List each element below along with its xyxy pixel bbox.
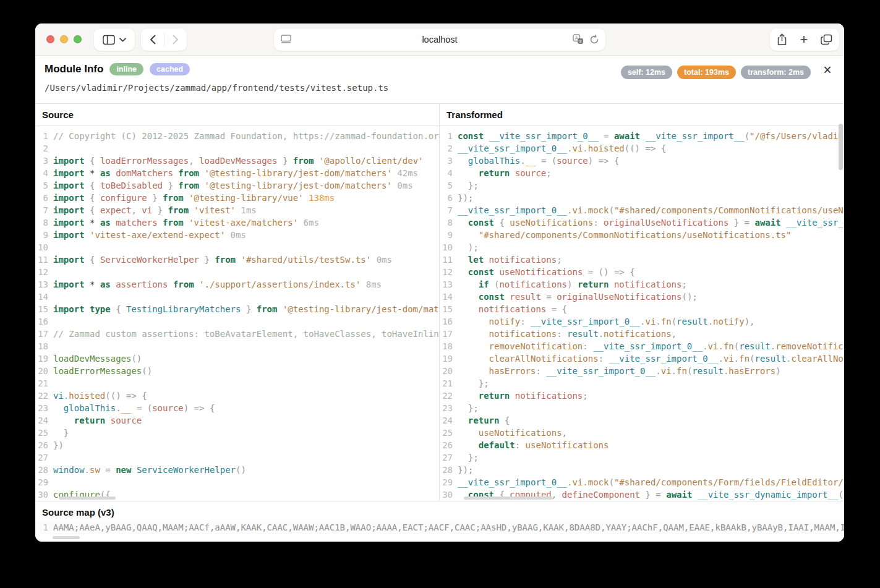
code-line: 5 }; — [440, 179, 844, 192]
horizontal-scrollbar[interactable] — [59, 496, 116, 500]
code-line: 1const __vite_ssr_import_0__ = await __v… — [440, 130, 844, 142]
source-panel: Source 1// Copyright (C) 2012-2025 Zamma… — [35, 104, 440, 501]
code-line: 27 }; — [440, 451, 844, 464]
code-line: 15import type { TestingLibraryMatchers }… — [35, 303, 439, 315]
self-time-badge: self: 12ms — [621, 66, 672, 79]
toolbar-right-group: + — [770, 28, 839, 51]
code-line: 17 notifications: result.notifications, — [440, 328, 844, 340]
code-line: 4import * as domMatchers from '@testing-… — [35, 167, 439, 179]
code-line: 27 — [35, 451, 439, 464]
code-line: 13 if (notifications) return notificatio… — [440, 278, 844, 291]
code-line: 7__vite_ssr_import_0__.vi.mock("#shared/… — [440, 204, 844, 216]
module-file-path: /Users/vladimir/Projects/zammad/app/fron… — [45, 83, 388, 93]
code-panels: Source 1// Copyright (C) 2012-2025 Zamma… — [35, 104, 844, 501]
share-icon[interactable] — [777, 33, 787, 46]
code-line: 22vi.hoisted(() => { — [35, 390, 439, 402]
code-line: 5import { toBeDisabled } from '@testing-… — [35, 179, 439, 192]
translate-icon[interactable]: A x — [573, 34, 584, 45]
browser-toolbar: localhost A x + — [35, 23, 844, 56]
code-line: 15 notifications = { — [440, 303, 844, 315]
code-line: 11 let notifications; — [440, 254, 844, 266]
forward-button[interactable] — [164, 28, 187, 51]
vertical-scrollbar[interactable] — [839, 124, 843, 170]
code-line: 9import 'vitest-axe/extend-expect' 0ms — [35, 229, 439, 241]
code-line: 19 clearAllNotifications: __vite_ssr_imp… — [440, 352, 844, 365]
source-panel-title: Source — [35, 104, 439, 126]
code-line: 24 return { — [440, 414, 844, 427]
code-line: 20loadErrorMessages() — [35, 365, 439, 377]
code-line: 8import * as matchers from 'vitest-axe/m… — [35, 216, 439, 229]
url-field[interactable]: localhost — [422, 35, 457, 45]
transform-time-badge: transform: 2ms — [741, 66, 811, 79]
cached-badge: cached — [150, 63, 190, 75]
code-line: 1// Copyright (C) 2012-2025 Zammad Found… — [35, 130, 439, 142]
sourcemap-title: Source map (v3) — [35, 501, 844, 521]
page-title: Module Info — [45, 63, 103, 75]
code-line: 3 globalThis.__ = (source) => { — [440, 155, 844, 167]
code-line: 8 const { useNotifications: originalUseN… — [440, 216, 844, 229]
code-line: 24 return source — [35, 414, 439, 427]
total-time-badge: total: 193ms — [677, 66, 736, 79]
transformed-code-area[interactable]: 1const __vite_ssr_import_0__ = await __v… — [440, 126, 844, 501]
code-line: 2__vite_ssr_import_0__.vi.hoisted(() => … — [440, 142, 844, 155]
code-line: 11import { ServiceWorkerHelper } from '#… — [35, 254, 439, 266]
maximize-window-button[interactable] — [74, 35, 82, 43]
address-bar[interactable]: localhost A x — [274, 28, 605, 51]
code-line: 6import { configure } from '@testing-lib… — [35, 192, 439, 204]
sourcemap-mappings: AAMA;AAeA,yBAAG,QAAQ,MAAM;AACf,aAAW,KAAK… — [53, 522, 844, 532]
code-line: 2 — [35, 142, 439, 155]
code-line: 10 ); — [440, 241, 844, 254]
horizontal-scrollbar[interactable] — [464, 496, 553, 500]
back-button[interactable] — [142, 28, 164, 51]
code-line: 3import { loadErrorMessages, loadDevMess… — [35, 155, 439, 167]
code-line: 28}); — [440, 464, 844, 476]
code-line: 21 }; — [440, 377, 844, 390]
new-tab-icon[interactable]: + — [800, 33, 808, 46]
code-line: 16 — [35, 315, 439, 328]
sidebar-toggle-group — [94, 28, 135, 51]
reload-icon[interactable] — [589, 35, 599, 45]
horizontal-scrollbar[interactable] — [53, 536, 80, 539]
code-line: 16 notify: __vite_ssr_import_0__.vi.fn(r… — [440, 315, 844, 328]
code-line: 18 — [35, 340, 439, 352]
code-line: 23 globalThis.__ = (source) => { — [35, 402, 439, 414]
browser-window: localhost A x + — [35, 23, 844, 542]
module-info-header: Module Info inline cached self: 12ms tot… — [35, 56, 844, 104]
code-line: 26 default: useNotifications — [440, 439, 844, 451]
code-line: 6}); — [440, 192, 844, 204]
close-icon[interactable]: × — [818, 61, 837, 79]
tab-overview-icon[interactable] — [821, 34, 832, 45]
transformed-panel: Transformed 1const __vite_ssr_import_0__… — [440, 104, 844, 501]
code-line: 25 } — [35, 427, 439, 439]
code-line: 14 — [35, 291, 439, 303]
code-line: 29 — [35, 476, 439, 488]
code-line: 13import * as assertions from './support… — [35, 278, 439, 291]
sidebar-icon[interactable] — [103, 35, 115, 45]
inline-badge: inline — [109, 63, 143, 75]
code-line: 7import { expect, vi } from 'vitest' 1ms — [35, 204, 439, 216]
code-line: 9 "#shared/components/CommonNotification… — [440, 229, 844, 241]
chevron-down-icon[interactable] — [119, 38, 126, 42]
code-line: 28window.sw = new ServiceWorkerHelper() — [35, 464, 439, 476]
close-window-button[interactable] — [46, 35, 54, 43]
code-line: 29__vite_ssr_import_0__.vi.mock("#shared… — [440, 476, 844, 488]
sourcemap-section: Source map (v3) 1AAMA;AAeA,yBAAG,QAAQ,MA… — [35, 501, 844, 542]
code-line: 17// Zammad custom assertions: toBeAvata… — [35, 328, 439, 340]
code-line: 18 removeNotification: __vite_ssr_import… — [440, 340, 844, 352]
code-line: 10 — [35, 241, 439, 254]
code-line: 20 hasErrors: __vite_ssr_import_0__.vi.f… — [440, 365, 844, 377]
code-line: 26}) — [35, 439, 439, 451]
code-line: 12 const useNotifications = () => { — [440, 266, 844, 278]
code-line: 21 — [35, 377, 439, 390]
page-icon — [281, 35, 291, 44]
svg-text:x: x — [579, 38, 582, 44]
window-controls — [46, 35, 82, 43]
code-line: 19loadDevMessages() — [35, 352, 439, 365]
source-code-area[interactable]: 1// Copyright (C) 2012-2025 Zammad Found… — [35, 126, 439, 501]
navigation-buttons — [141, 28, 187, 51]
timing-badges: self: 12ms total: 193ms transform: 2ms — [621, 66, 811, 79]
sourcemap-line: 1AAMA;AAeA,yBAAG,QAAQ,MAAM;AACf,aAAW,KAA… — [35, 521, 844, 534]
minimize-window-button[interactable] — [60, 35, 68, 43]
code-line: 22 return notifications; — [440, 390, 844, 402]
transformed-panel-title: Transformed — [440, 104, 844, 126]
